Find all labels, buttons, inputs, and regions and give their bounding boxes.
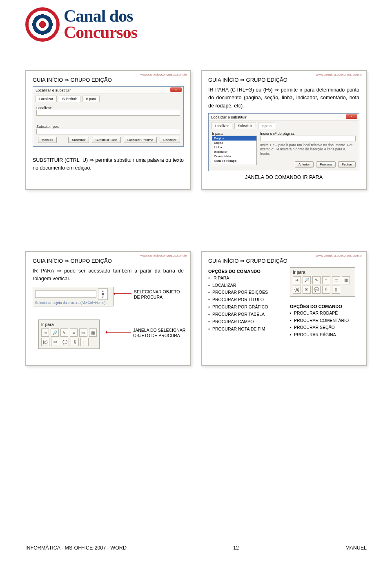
tab-localizar[interactable]: Localizar — [211, 123, 232, 129]
tab-localizar[interactable]: Localizar — [36, 96, 57, 102]
caption-select-object-window: JANELA DO SELECIONAR OBJETO DE PROCURA — [133, 328, 185, 337]
goto-listbox[interactable]: Página Seção Linha Indicador Comentário … — [212, 136, 257, 165]
section-icon[interactable]: § — [322, 286, 330, 294]
toolbar-title: Ir para — [293, 270, 352, 275]
list-item: PROCURAR PÁGINA — [290, 331, 359, 339]
list-item: PROCURAR POR TÍTULO — [208, 296, 284, 304]
footer-right: MANUEL — [345, 545, 367, 551]
close-icon[interactable]: × — [170, 87, 182, 92]
tab-irpara[interactable]: Ir para — [82, 96, 100, 102]
list-item: PROCURAR COMENTÁRIO — [290, 317, 359, 324]
list-item: PROCURAR POR EDIÇÕES — [208, 289, 284, 296]
list-item[interactable]: Linha — [212, 145, 256, 150]
slide-body-text: IR PARA (CTRL+G) ou (F5) ⇒ permite ir pa… — [208, 86, 359, 110]
list-item[interactable]: Seção — [212, 141, 256, 145]
tab-irpara[interactable]: Ir para — [258, 123, 276, 129]
list-item: IR PARA — [208, 275, 284, 282]
list-item: PROCURAR POR TABELA — [208, 311, 284, 318]
list-item[interactable]: Indicador — [212, 150, 256, 154]
list-item: PROCURAR CAMPO — [208, 318, 284, 326]
list-item: PROCURAR NOTA DE FIM — [208, 326, 284, 333]
dialog-title: Localizar e substituir — [36, 88, 71, 92]
arrow-icon[interactable]: ➜ — [293, 276, 301, 284]
tab-substituir[interactable]: Substituir — [234, 123, 256, 129]
footer-page-number: 12 — [233, 545, 239, 551]
pencil-icon[interactable]: ✎ — [312, 276, 321, 284]
logo-line1: Canal dos — [64, 8, 137, 25]
logo-text: Canal dos Concursos — [64, 8, 137, 41]
label-replace: Substituir por: — [36, 125, 59, 129]
chevron-down-icon[interactable]: ▼ — [102, 296, 105, 299]
options-title-left: OPÇÕES DO COMANDO — [208, 269, 284, 274]
page-number-input[interactable] — [260, 136, 356, 141]
close-icon[interactable]: × — [346, 114, 357, 119]
goto-note: Insira + e – para ir para um local relat… — [260, 143, 356, 156]
tab-substituir[interactable]: Substituir — [59, 96, 80, 102]
dialog-find-replace: Localizar e substituir × Localizar Subst… — [33, 86, 184, 147]
brackets-icon[interactable]: {a} — [41, 338, 49, 346]
replace-all-button[interactable]: Substituir Tudo — [92, 137, 121, 143]
comment-icon[interactable]: 💬 — [61, 338, 69, 346]
find-input[interactable] — [36, 110, 180, 116]
list-item[interactable]: Página — [212, 136, 256, 141]
goto-toolbar: Ir para ➜ 🔎 ✎ ≡ ▭ ▦ {a} ✉ 💬 § ▯ — [38, 319, 100, 349]
list-icon[interactable]: ≡ — [322, 276, 330, 284]
watermark: www.canaldosconcursos.com.br — [140, 73, 187, 76]
picture-icon[interactable]: ▭ — [79, 328, 87, 337]
next-button[interactable]: Próximo — [316, 161, 335, 168]
note-icon[interactable]: ✉ — [303, 286, 311, 294]
chevron-up-icon[interactable]: ▲ — [102, 290, 105, 293]
slide-title: GUIA INÍCIO ⇒ GRUPO EDIÇÃO — [208, 258, 359, 264]
list-item: PROCURAR POR GRÁFICO — [208, 304, 284, 311]
label-goto: Ir para: — [212, 132, 257, 136]
label-page-number: Insira o nº de página: — [260, 132, 356, 136]
arrow-icon[interactable]: ➜ — [41, 328, 49, 337]
slide-irpara: www.canaldosconcursos.com.br GUIA INÍCIO… — [201, 70, 367, 190]
pencil-icon[interactable]: ✎ — [60, 328, 68, 337]
dialog-title: Localizar e substituir — [211, 115, 247, 119]
previous-button[interactable]: Anterior — [295, 161, 314, 168]
goto-toolbar: Ir para ➜ 🔎 ✎ ≡ ▭ ▦ {a} ✉ 💬 — [290, 267, 355, 297]
list-item: PROCURAR SEÇÃO — [290, 324, 359, 331]
binoculars-icon[interactable]: 🔎 — [51, 328, 58, 337]
table-icon[interactable]: ▦ — [342, 276, 350, 284]
comment-icon[interactable]: 💬 — [312, 286, 321, 294]
slide-body-text: IR PARA ⇒ pode ser acessado também a par… — [33, 267, 184, 283]
chooser-label: Selecionar objeto da procura (Alt+Ctrl+H… — [35, 301, 111, 305]
slide-goto-options: www.canaldosconcursos.com.br GUIA INÍCIO… — [201, 251, 367, 366]
slide-substituir: www.canaldosconcursos.com.br GUIA INÍCIO… — [25, 70, 191, 190]
target-icon — [25, 7, 60, 42]
slide-title: GUIA INÍCIO ⇒ GRUPO EDIÇÃO — [33, 258, 184, 264]
section-icon[interactable]: § — [71, 338, 79, 346]
list-item[interactable]: Nota de rodapé — [212, 159, 256, 163]
binoculars-icon[interactable]: 🔎 — [303, 276, 311, 284]
caption-select-object: SELECIONAR OBJETO DE PROCURA — [134, 289, 180, 299]
page-icon[interactable]: ▯ — [332, 286, 340, 294]
table-icon[interactable]: ▦ — [89, 328, 97, 337]
options-title-right: OPÇÕES DO COMANDO — [290, 304, 359, 309]
replace-input[interactable] — [36, 129, 180, 134]
replace-button[interactable]: Substituir — [68, 137, 89, 143]
page-icon[interactable]: ▯ — [80, 338, 89, 346]
list-item: PROCURAR RODAPÉ — [290, 310, 359, 317]
toolbar-title: Ir para — [41, 322, 97, 327]
picture-icon[interactable]: ▭ — [332, 276, 340, 284]
logo-line2: Concursos — [64, 25, 137, 41]
more-button[interactable]: Mais >> — [38, 137, 57, 143]
list-item[interactable]: Comentário — [212, 154, 256, 159]
list-icon[interactable]: ≡ — [70, 328, 78, 337]
close-button[interactable]: Fechar — [338, 161, 356, 168]
slide-title: GUIA INÍCIO ⇒ GRUPO EDIÇÃO — [33, 77, 184, 83]
browse-object-chooser: ▲ ▼ Selecionar objeto da procura (Alt+Ct… — [33, 287, 114, 306]
watermark: www.canaldosconcursos.com.br — [316, 73, 363, 76]
circle-icon[interactable] — [102, 293, 104, 295]
note-icon[interactable]: ✉ — [51, 338, 59, 346]
logo: Canal dos Concursos — [25, 7, 367, 42]
find-next-button[interactable]: Localizar Próxima — [124, 137, 157, 143]
footer-left: INFORMÁTICA - MS-OFFICE-2007 - WORD — [25, 545, 127, 551]
list-item: LOCALIZAR — [208, 282, 284, 289]
cancel-button[interactable]: Cancelar — [160, 137, 180, 143]
scrollbar-spinner[interactable]: ▲ ▼ — [98, 288, 108, 300]
dialog-goto: Localizar e substituir × Localizar Subst… — [208, 113, 359, 171]
brackets-icon[interactable]: {a} — [293, 286, 301, 294]
